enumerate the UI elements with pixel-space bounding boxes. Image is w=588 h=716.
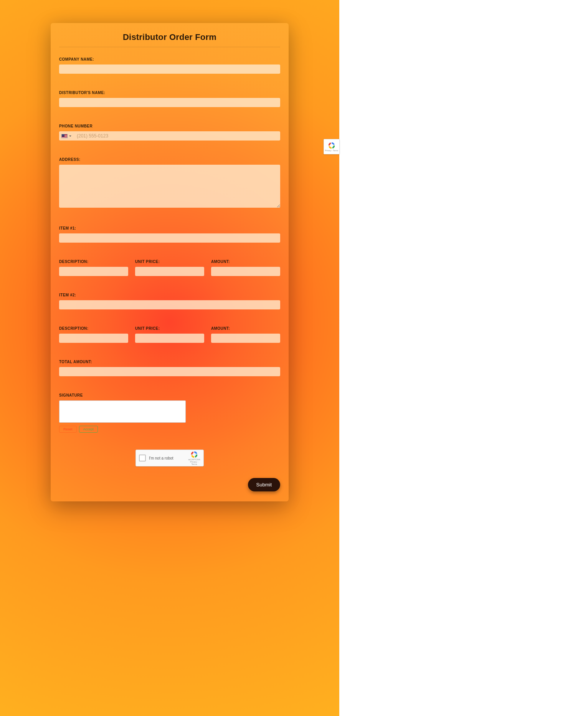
item2-description-input[interactable] [59,334,128,343]
item2-amount-input[interactable] [211,334,280,343]
item1-amount-label: AMOUNT: [211,260,280,264]
item2-input[interactable] [59,300,280,309]
item1-group: ITEM #1: [59,226,280,243]
item1-unit-price-label: UNIT PRICE: [135,260,204,264]
phone-input-wrap [59,131,280,141]
item2-description-label: DESCRIPTION: [59,326,128,331]
distributor-name-input[interactable] [59,98,280,107]
distributor-name-label: DISTRIBUTOR'S NAME: [59,91,280,95]
address-input[interactable] [59,165,280,208]
item2-label: ITEM #2: [59,293,280,297]
phone-label: PHONE NUMBER [59,124,280,128]
item2-details-row: DESCRIPTION: UNIT PRICE: AMOUNT: [59,326,280,343]
recaptcha-label: I'm not a robot [149,456,185,460]
signature-buttons: Reset Accept [59,426,280,433]
company-name-group: COMPANY NAME: [59,57,280,74]
recaptcha-logo-block: reCAPTCHA Privacy - Terms [188,451,200,466]
submit-button[interactable]: Submit [248,478,280,491]
item2-unit-price-input[interactable] [135,334,204,343]
signature-group: SIGNATURE Reset Accept [59,393,280,433]
phone-input[interactable] [74,133,278,139]
item1-description-label: DESCRIPTION: [59,260,128,264]
total-amount-group: TOTAL AMOUNT: [59,360,280,376]
address-label: ADDRESS: [59,157,280,162]
signature-reset-button[interactable]: Reset [59,426,77,433]
chevron-down-icon [69,136,71,137]
phone-group: PHONE NUMBER [59,124,280,141]
recaptcha-badge-terms: Privacy - Terms [325,150,338,152]
total-amount-input[interactable] [59,367,280,376]
us-flag-icon [61,134,68,138]
recaptcha-icon [190,451,198,458]
signature-accept-button[interactable]: Accept [79,426,98,433]
company-name-input[interactable] [59,64,280,74]
item1-description-group: DESCRIPTION: [59,260,128,276]
item2-group: ITEM #2: [59,293,280,309]
item1-description-input[interactable] [59,267,128,276]
recaptcha-checkbox[interactable] [139,455,146,461]
captcha-container: I'm not a robot reCAPTCHA Privacy - Term… [59,450,280,466]
item2-unit-price-group: UNIT PRICE: [135,326,204,343]
item1-amount-input[interactable] [211,267,280,276]
form-card: Distributor Order Form COMPANY NAME: DIS… [51,23,289,501]
recaptcha-terms-text: Privacy - Terms [188,461,200,465]
signature-label: SIGNATURE [59,393,280,397]
item1-unit-price-group: UNIT PRICE: [135,260,204,276]
recaptcha-floating-badge[interactable]: Privacy - Terms [324,139,340,154]
submit-row: Submit [59,478,280,491]
background-panel: Distributor Order Form COMPANY NAME: DIS… [0,0,339,716]
item1-input[interactable] [59,233,280,243]
item1-label: ITEM #1: [59,226,280,230]
item2-unit-price-label: UNIT PRICE: [135,326,204,331]
item2-amount-group: AMOUNT: [211,326,280,343]
item2-amount-label: AMOUNT: [211,326,280,331]
address-group: ADDRESS: [59,157,280,209]
form-title: Distributor Order Form [59,30,280,47]
distributor-name-group: DISTRIBUTOR'S NAME: [59,91,280,107]
item1-details-row: DESCRIPTION: UNIT PRICE: AMOUNT: [59,260,280,276]
country-code-selector[interactable] [61,134,74,138]
item1-unit-price-input[interactable] [135,267,204,276]
company-name-label: COMPANY NAME: [59,57,280,61]
item2-description-group: DESCRIPTION: [59,326,128,343]
recaptcha-icon [328,142,335,149]
total-amount-label: TOTAL AMOUNT: [59,360,280,364]
recaptcha-widget[interactable]: I'm not a robot reCAPTCHA Privacy - Term… [135,450,204,466]
item1-amount-group: AMOUNT: [211,260,280,276]
signature-pad[interactable] [59,400,186,423]
